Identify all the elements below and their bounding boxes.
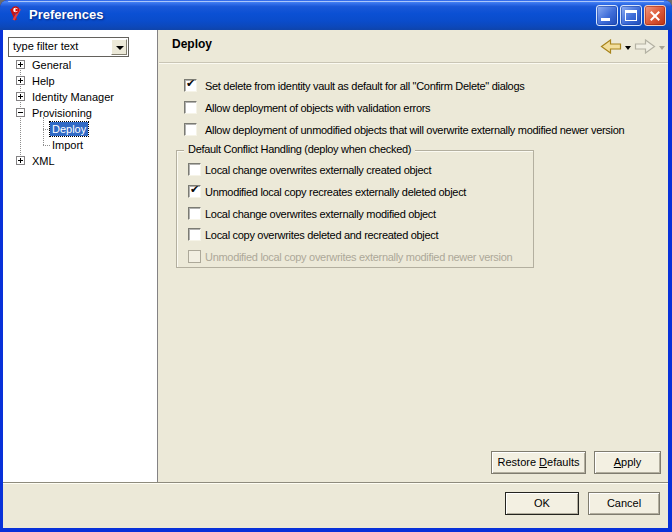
check-icon: ✔ [186, 77, 195, 90]
checkbox-recreates-deleted[interactable]: ✔ [188, 185, 201, 198]
header-separator [159, 62, 668, 63]
checkbox-confirm-delete[interactable]: ✔ [184, 79, 197, 92]
button-accel: D [539, 456, 547, 468]
back-arrow-icon[interactable] [600, 39, 622, 54]
tree-item-label: Provisioning [30, 106, 94, 120]
chevron-down-icon [116, 46, 124, 50]
tree-item-xml[interactable]: XML [3, 153, 156, 169]
tree-item-deploy[interactable]: Deploy [3, 121, 156, 137]
tree-item-help[interactable]: Help [3, 73, 156, 89]
restore-defaults-button[interactable]: Restore Defaults [491, 451, 586, 474]
tree-item-label: Import [50, 138, 85, 152]
tree-item-identity-manager[interactable]: Identity Manager [3, 89, 156, 105]
checkbox-overwrite-newer[interactable] [184, 123, 197, 136]
button-text: efaults [547, 456, 579, 468]
tree-item-label: Help [30, 74, 57, 88]
checkbox-label[interactable]: Allow deployment of objects with validat… [205, 101, 430, 115]
minimize-button[interactable] [596, 5, 618, 26]
preferences-dialog: Preferences type filter text [0, 0, 672, 532]
expand-icon[interactable] [16, 156, 25, 165]
collapse-icon[interactable] [16, 108, 25, 117]
minimize-icon [601, 18, 610, 21]
tree-item-general[interactable]: General [3, 57, 156, 73]
expand-icon[interactable] [16, 60, 25, 69]
tree-item-label: General [30, 58, 73, 72]
button-text: pply [621, 456, 641, 468]
cancel-button[interactable]: Cancel [588, 492, 660, 515]
checkbox-unmodified-overwrites-newer-disabled [188, 250, 201, 263]
forward-history-caret-icon[interactable] [659, 46, 665, 50]
checkbox-label[interactable]: Local change overwrites externally modif… [205, 207, 436, 221]
footer-separator [3, 482, 668, 483]
checkbox-label[interactable]: Unmodified local copy recreates external… [205, 185, 466, 199]
checkbox-validation-errors[interactable] [184, 101, 197, 114]
page-title: Deploy [172, 37, 212, 51]
page-navigation [600, 37, 665, 55]
app-icon [7, 6, 24, 23]
sidebar: type filter text General Help [3, 30, 158, 482]
checkbox-overwrites-modified[interactable] [188, 207, 201, 220]
group-title: Default Conflict Handling (deploy when c… [184, 143, 415, 155]
forward-arrow-icon[interactable] [634, 39, 656, 54]
button-accel: A [614, 456, 621, 468]
filter-dropdown-button[interactable] [111, 39, 127, 55]
checkbox-overwrites-created[interactable] [188, 163, 201, 176]
tree-item-provisioning[interactable]: Provisioning [3, 105, 156, 121]
titlebar[interactable]: Preferences [0, 0, 672, 30]
dialog-body: type filter text General Help [3, 30, 668, 528]
preferences-tree: General Help Identity Manager Provisioni… [3, 57, 156, 482]
tree-item-label-selected: Deploy [50, 122, 88, 136]
ok-button[interactable]: OK [505, 492, 579, 515]
apply-button[interactable]: Apply [594, 451, 661, 474]
button-bar: OK Cancel [3, 484, 668, 528]
window-title: Preferences [29, 0, 103, 29]
conflict-handling-group: Default Conflict Handling (deploy when c… [176, 143, 534, 268]
filter-combo[interactable]: type filter text [8, 37, 129, 57]
check-icon: ✔ [190, 183, 199, 196]
checkbox-label[interactable]: Allow deployment of unmodified objects t… [205, 123, 624, 137]
back-history-caret-icon[interactable] [625, 46, 631, 50]
button-text: Restore [498, 456, 540, 468]
maximize-icon [625, 10, 637, 21]
checkbox-label[interactable]: Set delete from identity vault as defaul… [205, 79, 524, 93]
tree-item-import[interactable]: Import [3, 137, 156, 153]
filter-input[interactable]: type filter text [13, 40, 78, 52]
tree-item-label: XML [30, 154, 57, 168]
deploy-preference-page: Deploy ✔ Set delete from identity vault … [159, 30, 668, 482]
expand-icon[interactable] [16, 92, 25, 101]
window-controls [596, 5, 666, 26]
checkbox-overwrites-recreated[interactable] [188, 228, 201, 241]
checkbox-label-disabled: Unmodified local copy overwrites externa… [205, 250, 512, 264]
checkbox-label[interactable]: Local copy overwrites deleted and recrea… [205, 228, 438, 242]
expand-icon[interactable] [16, 76, 25, 85]
checkbox-label[interactable]: Local change overwrites externally creat… [205, 163, 431, 177]
close-button[interactable] [644, 5, 666, 26]
maximize-button[interactable] [620, 5, 642, 26]
tree-item-label: Identity Manager [30, 90, 116, 104]
